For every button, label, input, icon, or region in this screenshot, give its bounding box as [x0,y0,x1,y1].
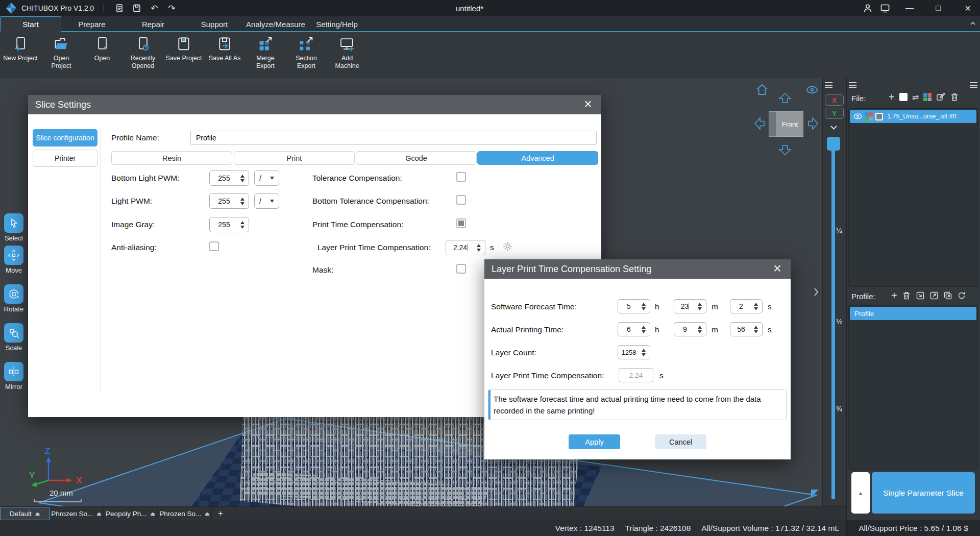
delete-file-icon[interactable] [950,92,959,102]
panel-more-menu-icon[interactable] [970,82,977,88]
blank-plate-icon[interactable] [899,93,908,101]
apply-button[interactable]: Apply [569,434,620,449]
add-profile-icon[interactable]: + [891,290,897,301]
layer-slider-handle[interactable] [827,137,840,151]
profile-name-input[interactable]: Profile [190,131,597,145]
spinner-arrows[interactable] [475,244,482,252]
open-project-button[interactable]: Open Project [41,32,82,78]
rotate-tool-button[interactable] [4,284,23,304]
delete-profile-icon[interactable] [902,291,911,300]
spinner-arrows[interactable] [238,198,246,205]
file-visibility-eye-icon[interactable] [853,113,862,120]
menu-tab-repair[interactable]: Repair [122,16,184,32]
move-tool-button[interactable] [4,246,23,265]
menu-tab-prepare[interactable]: Prepare [61,16,122,32]
machine-tab-phrozen-2[interactable]: Phrozen So... ⏏ [158,507,212,520]
import-profile-icon[interactable] [916,291,925,300]
spinner-arrows[interactable] [696,303,703,310]
spinner-arrows[interactable] [640,349,647,356]
save-icon[interactable] [128,2,145,14]
export-profile-icon[interactable] [929,291,939,300]
spinner-arrows[interactable] [640,326,647,333]
cancel-button[interactable]: Cancel [655,434,706,449]
machine-tab-default[interactable]: Default ⏏ [0,507,50,520]
compensation-dialog-close-icon[interactable]: × [769,260,786,277]
machine-monitor-icon[interactable] [874,0,896,16]
file-color-swatch[interactable] [875,113,883,120]
merge-export-button[interactable]: Merge Export [245,32,286,78]
edit-file-icon[interactable] [936,92,945,102]
bottom-light-pwm-input[interactable]: 255 [209,170,249,186]
axis-x-button[interactable]: X [825,94,844,106]
section-export-button[interactable]: Section Export [286,32,327,78]
minimize-button[interactable]: — [898,0,921,16]
scale-tool-button[interactable] [4,323,23,343]
spinner-arrows[interactable] [640,303,647,310]
light-pwm-fraction-dropdown[interactable]: / [254,193,279,209]
undo-icon[interactable]: ↶ [145,2,163,14]
duplicate-export-profile-icon[interactable] [943,291,952,300]
close-button[interactable]: × [957,0,979,16]
bottom-tolerance-compensation-checkbox[interactable] [456,195,466,205]
slice-settings-close-icon[interactable]: × [580,96,596,112]
file-panel-menu-icon[interactable] [849,82,856,88]
swap-files-icon[interactable]: ⇌ [912,92,919,102]
spinner-arrows[interactable] [238,221,246,229]
refresh-profiles-icon[interactable] [957,291,966,300]
view-cube-side-face[interactable] [769,111,777,137]
nav-printer[interactable]: Printer [33,150,97,167]
forecast-hours-input[interactable]: 5 [618,299,650,313]
mask-checkbox[interactable] [456,264,466,274]
strip-menu-icon[interactable] [825,82,832,88]
rotate-left-arrow[interactable] [754,117,765,130]
eject-icon[interactable]: ⏏ [150,511,155,517]
tab-advanced[interactable]: Advanced [477,151,598,165]
view-cube-front-face[interactable]: Front [777,111,803,137]
home-view-icon[interactable] [755,83,769,99]
spinner-arrows[interactable] [696,326,703,333]
rotate-up-arrow[interactable] [778,92,792,104]
visibility-eye-icon[interactable] [805,84,819,98]
tab-gcode[interactable]: Gcode [356,151,477,165]
eject-icon[interactable]: ⏏ [205,511,209,517]
light-pwm-input[interactable]: 255 [209,193,249,209]
single-parameter-slice-button[interactable]: Single Parameter Slice [872,472,975,514]
tolerance-compensation-checkbox[interactable] [456,172,466,182]
slice-mode-expand-button[interactable]: ▲ [851,472,870,514]
new-document-icon[interactable] [111,2,128,14]
redo-icon[interactable]: ↷ [163,2,180,14]
compensation-dialog-titlebar[interactable]: Layer Print Time Compensation Setting × [484,259,791,279]
axis-y-button[interactable]: Y [825,108,844,119]
compensation-settings-gear-icon[interactable] [503,241,512,253]
bottom-light-pwm-fraction-dropdown[interactable]: / [254,170,279,186]
layer-slider-track[interactable] [831,151,835,499]
menu-tab-analyze-measure[interactable]: Analyze/Measure [245,16,306,32]
rotate-down-arrow[interactable] [778,144,792,156]
slice-settings-titlebar[interactable]: Slice Settings × [28,95,601,114]
tab-print[interactable]: Print [234,151,355,165]
save-all-as-button[interactable]: Save All As [204,32,245,78]
add-machine-button[interactable]: Add Machine [327,32,368,78]
arrange-color-icon[interactable] [923,93,932,101]
actual-minutes-input[interactable]: 9 [674,322,706,336]
machine-tab-phrozen-1[interactable]: Phrozen So... ⏏ [50,507,104,520]
eject-icon[interactable]: ⏏ [35,511,40,517]
file-list-item[interactable]: 1.75_Unsu...orse_.stl #0 [850,110,976,123]
rotate-right-arrow[interactable] [807,117,819,130]
maximize-button[interactable]: □ [927,0,949,16]
select-tool-button[interactable] [4,213,23,233]
actual-hours-input[interactable]: 6 [618,322,650,336]
nav-slice-configuration[interactable]: Slice configuration [33,129,97,147]
actual-seconds-input[interactable]: 56 [730,322,763,336]
machine-tab-peopoly[interactable]: Peopoly Ph... ⏏ [104,507,158,520]
collapse-ribbon-icon[interactable] [969,19,977,30]
menu-tab-start[interactable]: Start [0,16,61,32]
profile-list-item[interactable]: Profile [850,307,976,320]
forecast-minutes-input[interactable]: 23 [674,299,706,313]
new-project-button[interactable]: New Project [0,32,41,78]
menu-tab-setting-help[interactable]: Setting/Help [306,16,368,32]
spinner-arrows[interactable] [752,303,760,310]
eject-icon[interactable]: ⏏ [96,511,101,517]
spinner-arrows[interactable] [238,175,246,182]
anti-aliasing-checkbox[interactable] [209,241,219,251]
